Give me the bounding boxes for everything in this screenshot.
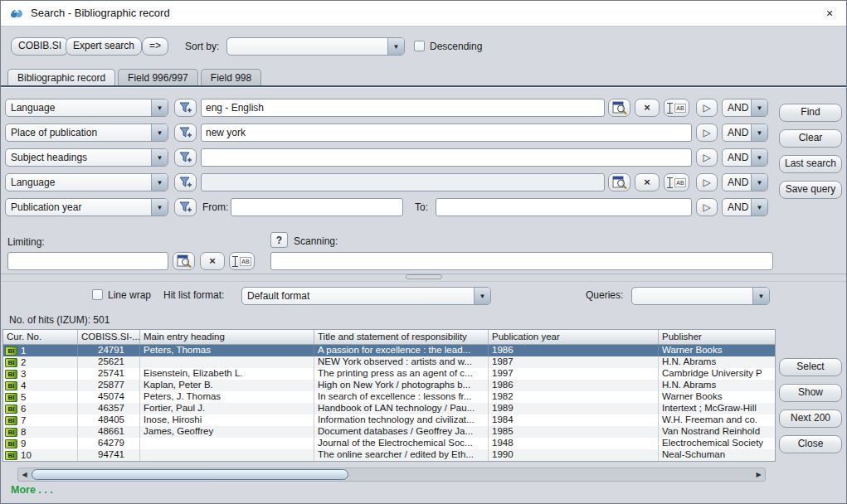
search-term-input-1[interactable] bbox=[201, 99, 605, 117]
cell-cur-no: Bl6 bbox=[3, 403, 78, 414]
operator-select-5[interactable]: AND ▼ bbox=[722, 198, 768, 216]
expert-search-button[interactable]: Expert search bbox=[66, 37, 142, 56]
clear-field-button-1[interactable]: × bbox=[635, 99, 660, 117]
tab-1[interactable]: Field 996/997 bbox=[118, 69, 198, 87]
expand-field-button-1[interactable]: ▷ bbox=[696, 99, 718, 117]
clear-field-button-4[interactable]: × bbox=[635, 173, 660, 191]
column-header-3[interactable]: Title and statement of responsibility bbox=[314, 330, 489, 344]
scanning-input[interactable] bbox=[270, 252, 773, 270]
queries-select[interactable]: ▼ bbox=[631, 287, 770, 305]
scrollbar-thumb[interactable] bbox=[32, 469, 348, 480]
operator-select-1[interactable]: AND ▼ bbox=[722, 99, 768, 117]
attribute-select-3[interactable]: Subject headings ▼ bbox=[5, 148, 168, 167]
expand-field-button-2[interactable]: ▷ bbox=[696, 124, 718, 142]
close-x-icon: × bbox=[209, 256, 216, 266]
funnel-plus-icon bbox=[179, 102, 192, 114]
attribute-select-1[interactable]: Language ▼ bbox=[5, 99, 168, 117]
descending-checkbox[interactable] bbox=[414, 41, 425, 51]
table-row[interactable]: Bl124791Peters, ThomasA passion for exce… bbox=[3, 345, 775, 356]
year-from-input[interactable] bbox=[231, 198, 403, 216]
tab-2[interactable]: Field 998 bbox=[201, 69, 261, 87]
scroll-right-icon[interactable]: ▶ bbox=[752, 468, 765, 481]
table-row[interactable]: Bl425877Kaplan, Peter B.High on New York… bbox=[3, 380, 775, 391]
cell-main-entry bbox=[140, 438, 314, 449]
cell-year: 1985 bbox=[489, 426, 659, 438]
cell-cur-no: Bl1 bbox=[3, 345, 78, 356]
scanning-help-button[interactable]: ? bbox=[270, 232, 288, 248]
triangle-right-icon: ▷ bbox=[703, 177, 710, 187]
table-row[interactable]: Bl1094741The online searcher / edited by… bbox=[3, 449, 775, 461]
limiting-browse-button[interactable] bbox=[173, 252, 195, 270]
operator-select-2[interactable]: AND ▼ bbox=[722, 124, 768, 142]
limiting-input[interactable] bbox=[7, 252, 168, 270]
column-header-2[interactable]: Main entry heading bbox=[140, 330, 314, 344]
cell-year: 1986 bbox=[489, 380, 659, 391]
attribute-select-5[interactable]: Publication year ▼ bbox=[5, 198, 168, 216]
tab-0[interactable]: Bibliographic record bbox=[7, 69, 115, 87]
ab-icon: AB bbox=[674, 178, 685, 187]
last-search-button[interactable]: Last search bbox=[779, 155, 842, 173]
scroll-left-icon[interactable]: ◀ bbox=[18, 468, 31, 481]
save-query-button[interactable]: Save query bbox=[779, 181, 842, 199]
column-header-0[interactable]: Cur. No. bbox=[3, 330, 78, 344]
table-row[interactable]: Bl748405Inose, HiroshiInformation techno… bbox=[3, 414, 775, 426]
cell-main-entry: Peters, Thomas bbox=[140, 345, 314, 356]
cell-cobiss-id: 94741 bbox=[78, 449, 140, 461]
truncation-button-1[interactable]: AB bbox=[664, 99, 689, 117]
limiting-clear-button[interactable]: × bbox=[200, 252, 225, 270]
search-term-input-4[interactable] bbox=[201, 173, 605, 191]
truncation-button-4[interactable]: AB bbox=[664, 173, 689, 191]
search-term-input-3[interactable] bbox=[201, 148, 692, 167]
cell-title: A passion for excellence : the lead... bbox=[314, 345, 489, 356]
hit-list-format-select[interactable]: Default format ▼ bbox=[241, 287, 491, 305]
table-row[interactable]: Bl225621NEW York observed : artists and … bbox=[3, 356, 775, 368]
expand-field-button-3[interactable]: ▷ bbox=[696, 148, 718, 167]
table-row[interactable]: Bl646357Fortier, Paul J.Handbook of LAN … bbox=[3, 403, 775, 414]
find-button[interactable]: Find bbox=[779, 104, 842, 122]
cell-year: 1997 bbox=[489, 368, 659, 380]
select-button[interactable]: Select bbox=[779, 358, 842, 376]
splitter-handle[interactable] bbox=[406, 274, 442, 279]
chevron-down-icon: ▼ bbox=[751, 124, 767, 141]
window-close-icon[interactable]: × bbox=[821, 5, 838, 22]
add-filter-button-3[interactable] bbox=[174, 148, 197, 167]
browse-lookup-button-1[interactable] bbox=[608, 99, 630, 117]
table-row[interactable]: Bl325741Eisenstein, Elizabeth L.The prin… bbox=[3, 368, 775, 380]
year-to-input[interactable] bbox=[436, 198, 692, 216]
expand-field-button-4[interactable]: ▷ bbox=[696, 173, 718, 191]
attribute-select-4[interactable]: Language ▼ bbox=[5, 173, 168, 191]
close-button[interactable]: Close bbox=[779, 435, 842, 453]
line-wrap-checkbox[interactable] bbox=[92, 289, 103, 300]
table-row[interactable]: Bl848661James, GeoffreyDocument database… bbox=[3, 426, 775, 438]
horizontal-scrollbar[interactable]: ◀ ▶ bbox=[17, 468, 766, 482]
table-row[interactable]: Bl545074Peters, J. ThomasIn search of ex… bbox=[3, 391, 775, 403]
cur-no: 8 bbox=[21, 427, 26, 438]
sort-by-select[interactable]: ▼ bbox=[226, 37, 405, 56]
column-header-4[interactable]: Publication year bbox=[489, 330, 659, 344]
cur-no: 7 bbox=[21, 415, 26, 426]
search-term-input-2[interactable] bbox=[201, 124, 692, 142]
expand-field-button-5[interactable]: ▷ bbox=[696, 198, 718, 216]
column-header-5[interactable]: Publisher bbox=[659, 330, 775, 344]
record-type-icon: Bl bbox=[5, 381, 17, 390]
transfer-query-button[interactable]: => bbox=[142, 37, 168, 56]
add-filter-button-1[interactable] bbox=[174, 99, 197, 117]
next-200-button[interactable]: Next 200 bbox=[779, 410, 842, 428]
show-button[interactable]: Show bbox=[779, 384, 842, 402]
chevron-down-icon: ▼ bbox=[751, 99, 767, 116]
add-filter-button-5[interactable] bbox=[174, 198, 197, 216]
cell-cobiss-id: 25877 bbox=[78, 380, 140, 391]
cell-year: 1948 bbox=[489, 438, 659, 449]
attribute-select-2[interactable]: Place of publication ▼ bbox=[5, 124, 168, 142]
browse-lookup-button-4[interactable] bbox=[608, 173, 630, 191]
operator-select-3[interactable]: AND ▼ bbox=[722, 148, 768, 167]
operator-select-4[interactable]: AND ▼ bbox=[722, 173, 768, 191]
column-header-1[interactable]: COBISS.SI-... bbox=[78, 330, 140, 344]
table-row[interactable]: Bl964279Journal of the Electrochemical S… bbox=[3, 438, 775, 449]
more-link[interactable]: More . . . bbox=[11, 484, 53, 496]
clear-button[interactable]: Clear bbox=[779, 129, 842, 148]
add-filter-button-4[interactable] bbox=[174, 173, 197, 191]
add-filter-button-2[interactable] bbox=[174, 124, 197, 142]
limiting-truncation-button[interactable]: AB bbox=[229, 252, 255, 270]
database-button[interactable]: COBIB.SI bbox=[11, 37, 69, 56]
